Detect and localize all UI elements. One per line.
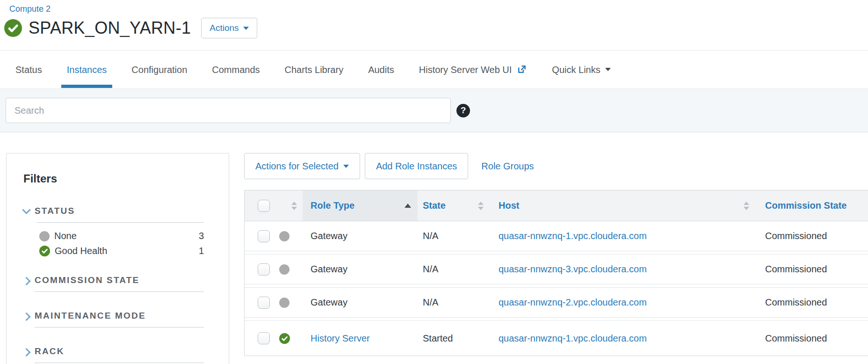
- filter-section-maintenance-mode-header[interactable]: MAINTENANCE MODE: [23, 311, 204, 321]
- filter-item-good-health[interactable]: Good Health 1: [39, 246, 204, 256]
- instances-main: Actions for Selected Add Role Instances …: [244, 153, 868, 356]
- tab-quick-links[interactable]: Quick Links: [552, 51, 610, 88]
- role-groups-link[interactable]: Role Groups: [481, 161, 534, 172]
- filter-section-status-header[interactable]: STATUS: [23, 206, 204, 216]
- filter-section-rack-header[interactable]: RACK: [23, 346, 204, 357]
- filter-section-label: STATUS: [35, 206, 75, 216]
- column-label: Host: [499, 200, 519, 211]
- tab-configuration[interactable]: Configuration: [131, 51, 187, 88]
- tab-bar: Status Instances Configuration Commands …: [0, 50, 868, 88]
- tab-label: Commands: [212, 51, 260, 89]
- table-header-health[interactable]: [277, 190, 303, 221]
- table-header-row: Role Type State Host Commissi: [245, 190, 868, 221]
- tab-label: History Server Web UI: [419, 51, 512, 89]
- tab-label: Quick Links: [552, 51, 600, 89]
- good-health-icon: [4, 19, 22, 37]
- tab-history-server-web-ui[interactable]: History Server Web UI: [419, 51, 528, 88]
- table-header-state[interactable]: State: [418, 190, 485, 221]
- tab-instances[interactable]: Instances: [67, 51, 107, 88]
- state-cell: N/A: [423, 264, 438, 275]
- state-cell: N/A: [423, 231, 438, 241]
- actions-button[interactable]: Actions: [201, 18, 257, 38]
- help-icon[interactable]: ?: [456, 104, 470, 117]
- add-role-instances-button[interactable]: Add Role Instances: [365, 153, 468, 179]
- status-none-icon: [279, 231, 289, 241]
- search-input[interactable]: [6, 98, 451, 123]
- breadcrumb-compute-link[interactable]: Compute 2: [0, 0, 51, 14]
- caret-down-icon: [343, 165, 349, 168]
- status-good-health-icon: [279, 333, 290, 344]
- table-header-commission-state[interactable]: Commission State: [752, 190, 868, 221]
- filter-item-none[interactable]: None 3: [39, 231, 204, 241]
- role-type-cell: Gateway: [311, 231, 347, 241]
- sort-icon: [291, 202, 303, 210]
- filter-item-label: Good Health: [55, 246, 107, 256]
- tab-label: Instances: [67, 51, 107, 89]
- commission-state-cell: Commissioned: [765, 264, 827, 275]
- filter-section-maintenance-mode: MAINTENANCE MODE: [23, 311, 204, 328]
- tab-audits[interactable]: Audits: [368, 51, 394, 88]
- button-label: Actions for Selected: [255, 161, 339, 172]
- row-checkbox[interactable]: [258, 230, 270, 242]
- tab-label: Configuration: [131, 51, 187, 89]
- table-header-role-type[interactable]: Role Type: [303, 190, 418, 221]
- divider: [37, 222, 204, 223]
- row-divider: [245, 284, 868, 288]
- chevron-right-icon: [22, 312, 30, 320]
- commission-state-cell: Commissioned: [765, 231, 827, 241]
- row-checkbox[interactable]: [258, 297, 270, 309]
- chevron-right-icon: [22, 348, 30, 356]
- button-label: Add Role Instances: [376, 161, 457, 172]
- table-row: History Server Started quasar-nnwznq-1.v…: [245, 321, 868, 356]
- instances-table: Role Type State Host Commissi: [244, 190, 868, 356]
- sort-icon: [478, 202, 485, 210]
- row-checkbox[interactable]: [258, 332, 270, 344]
- host-link[interactable]: quasar-nnwznq-1.vpc.cloudera.com: [499, 333, 647, 344]
- tab-charts-library[interactable]: Charts Library: [285, 51, 344, 88]
- service-page: Compute 2 SPARK_ON_YARN-1 Actions Status…: [0, 0, 868, 364]
- state-cell: N/A: [423, 297, 438, 308]
- filters-title: Filters: [23, 172, 204, 185]
- chevron-down-icon: [22, 205, 30, 214]
- filter-section-commission-state-header[interactable]: COMMISSION STATE: [23, 275, 204, 285]
- commission-state-cell: Commissioned: [765, 333, 827, 344]
- host-link[interactable]: quasar-nnwznq-3.vpc.cloudera.com: [499, 264, 647, 275]
- table-row: Gateway N/A quasar-nnwznq-2.vpc.cloudera…: [245, 288, 868, 318]
- page-title: SPARK_ON_YARN-1: [29, 18, 191, 38]
- filter-section-label: RACK: [35, 346, 65, 357]
- service-title-row: SPARK_ON_YARN-1 Actions: [4, 18, 868, 38]
- commission-state-cell: Commissioned: [765, 297, 827, 308]
- external-link-icon: [516, 64, 527, 75]
- status-good-health-icon: [39, 246, 50, 256]
- status-none-icon: [279, 298, 289, 308]
- row-checkbox[interactable]: [258, 263, 270, 276]
- host-link[interactable]: quasar-nnwznq-2.vpc.cloudera.com: [499, 297, 647, 308]
- divider: [35, 291, 204, 292]
- row-divider: [245, 251, 868, 255]
- row-divider: [245, 318, 868, 321]
- table-header-host[interactable]: Host: [485, 190, 752, 221]
- filters-panel: Filters STATUS None 3: [6, 153, 229, 364]
- role-type-cell: Gateway: [311, 297, 347, 308]
- divider: [35, 363, 204, 363]
- filter-section-status: STATUS None 3: [23, 206, 204, 256]
- tab-commands[interactable]: Commands: [212, 51, 260, 88]
- chevron-right-icon: [22, 277, 30, 285]
- status-none-icon: [39, 231, 50, 241]
- select-all-checkbox[interactable]: [258, 200, 270, 212]
- actions-for-selected-button[interactable]: Actions for Selected: [244, 153, 360, 179]
- column-label: State: [423, 200, 446, 211]
- caret-down-icon: [605, 68, 611, 71]
- role-type-link[interactable]: History Server: [311, 333, 370, 344]
- actions-button-label: Actions: [210, 23, 239, 33]
- sort-icon: [744, 202, 752, 210]
- host-link[interactable]: quasar-nnwznq-1.vpc.cloudera.com: [499, 231, 647, 241]
- filter-section-rack: RACK: [23, 346, 204, 363]
- status-none-icon: [279, 264, 289, 275]
- divider: [35, 327, 204, 328]
- tab-status[interactable]: Status: [15, 51, 42, 88]
- filter-item-count: 3: [199, 231, 204, 241]
- state-cell: Started: [423, 333, 453, 344]
- search-band: ?: [0, 88, 868, 132]
- column-label: Role Type: [311, 200, 354, 211]
